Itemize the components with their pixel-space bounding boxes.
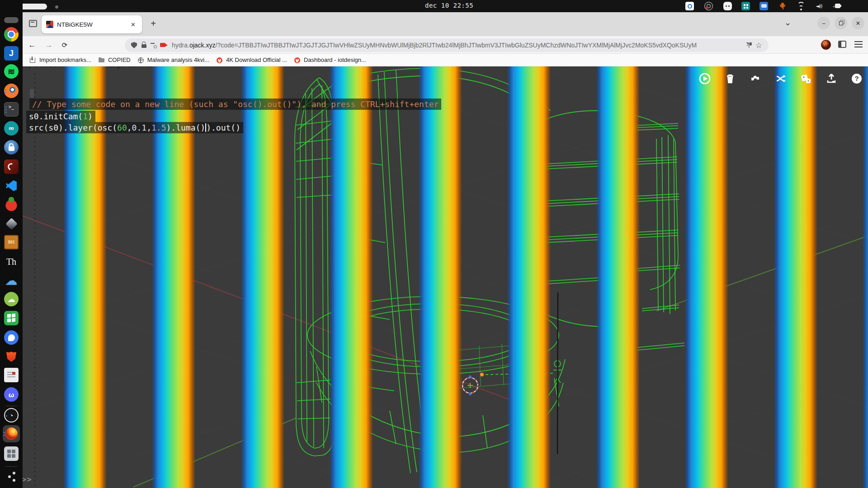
bookmark-folder-copied[interactable]: COPIED — [98, 56, 131, 64]
screen-share-tray-icon[interactable] — [760, 2, 768, 10]
tab-close-icon[interactable]: ✕ — [129, 20, 137, 29]
dock-drawer-handle[interactable] — [4, 17, 19, 23]
dock-item-reader-app[interactable] — [4, 368, 19, 382]
random-sketch-button[interactable] — [800, 73, 812, 84]
bookmark-import[interactable]: Import bookmarks... — [29, 56, 91, 64]
folder-icon — [98, 56, 106, 64]
sidebar-icon[interactable] — [838, 41, 846, 48]
battery-tray-icon[interactable]: + — [833, 2, 841, 10]
dock-item-inkscape[interactable] — [4, 216, 19, 231]
osc-bar — [241, 66, 284, 488]
bookmark-malware-analysis[interactable]: Malware analysis 4kvi... — [137, 56, 209, 64]
obs-tray-icon[interactable] — [704, 2, 713, 10]
tracking-shield-icon[interactable] — [129, 41, 139, 49]
wifi-tray-icon[interactable] — [797, 2, 805, 10]
dock-item-arduino[interactable]: ∞ — [4, 121, 19, 136]
dock-divider — [5, 406, 17, 406]
minimize-button[interactable]: – — [817, 17, 830, 29]
forward-button[interactable]: → — [43, 39, 55, 51]
bookmark-4k-download[interactable]: 4K Download Official ... — [216, 56, 287, 64]
transform-gizmo — [462, 375, 478, 395]
tab-favicon — [46, 21, 53, 28]
dock-item-obs[interactable]: ◔ — [4, 408, 19, 422]
active-tab[interactable]: NTBiGKE5W ✕ — [42, 15, 142, 33]
clock[interactable]: dec 10 22:55 — [425, 2, 473, 9]
reload-button[interactable]: ⟳ — [59, 39, 71, 51]
editor-code-line[interactable]: src(s0).layer(osc(60,0.1,1.5).luma()).ou… — [26, 122, 243, 133]
dock-divider — [5, 466, 17, 467]
sync-app-tray-icon[interactable] — [685, 2, 694, 10]
repl-prompt[interactable]: >> — [22, 475, 32, 484]
dock-item-strawberry[interactable] — [4, 197, 19, 211]
dock-item-discord[interactable]: ω — [4, 387, 19, 402]
dock-item-share-app[interactable] — [4, 469, 19, 484]
list-all-tabs-chevron[interactable]: ⌄ — [784, 18, 791, 28]
navigation-toolbar: ← → ⟳ hydra.ojack.xyz/?code=JTBBJTIwJTBB… — [23, 36, 868, 54]
permissions-icon[interactable] — [149, 41, 159, 49]
bot-tray-icon[interactable] — [723, 2, 732, 10]
dock-item-cloud-app[interactable]: ☁ — [4, 273, 19, 288]
back-button[interactable]: ← — [26, 39, 38, 51]
clear-all-button[interactable] — [724, 73, 736, 84]
lock-icon[interactable] — [139, 41, 149, 49]
osc-bar — [596, 66, 640, 488]
dock-item-dosbox[interactable]: DOS — [4, 235, 19, 249]
window-close-button[interactable]: ✕ — [852, 17, 864, 29]
osc-bar — [330, 66, 373, 488]
dock-item-gray-grid-app[interactable] — [4, 446, 19, 461]
tab-bar: NTBiGKE5W ✕ + ⌄ – ✕ — [23, 12, 868, 36]
osc-bar — [685, 66, 728, 488]
osc-bar — [863, 66, 868, 488]
bookmark-star-icon[interactable]: ☆ — [755, 41, 762, 50]
extension-tray-icon[interactable] — [741, 2, 750, 10]
menu-hamburger-icon[interactable] — [854, 41, 863, 47]
new-tab-button[interactable]: + — [147, 19, 159, 29]
dock-item-spotify[interactable]: ≋ — [4, 64, 19, 79]
dock-item-terminal[interactable]: >_ — [4, 102, 19, 117]
import-icon — [29, 56, 37, 64]
dock-item-vscode[interactable] — [4, 178, 19, 193]
dock: J ≋ >_ ∞ DOS Th ☁ ☁ ω ◔ — [0, 0, 23, 488]
bookmark-dashboard-iotdesign[interactable]: Dashboard - iotdesign... — [293, 56, 366, 64]
firefox-view-icon[interactable] — [29, 20, 37, 27]
dock-item-red-dragon-app[interactable] — [4, 160, 19, 174]
dock-item-brave[interactable] — [4, 349, 19, 364]
dock-item-firefox-active[interactable] — [3, 425, 20, 442]
osc-bar — [507, 66, 551, 488]
volume-tray-icon[interactable]: ◄)) — [815, 2, 823, 10]
dock-item-blender[interactable] — [4, 84, 19, 98]
editor-code-line[interactable]: s0.initCam(1) — [26, 111, 95, 122]
osc-bar — [774, 66, 817, 488]
run-button[interactable] — [699, 73, 711, 84]
upload-button[interactable] — [826, 73, 837, 84]
4k-favicon — [293, 56, 302, 64]
dock-item-green-cloud-app[interactable]: ☁ — [4, 292, 19, 306]
desktop: dec 10 22:55 ◄)) + 20) Collectio arge CR… — [0, 0, 868, 488]
4k-favicon — [216, 56, 224, 64]
microphone-tray-icon[interactable] — [778, 2, 787, 10]
editor-block-cursor — [30, 89, 34, 98]
svg-text:?: ? — [854, 75, 859, 82]
restore-button[interactable] — [835, 17, 847, 29]
dock-item-thonny[interactable]: Th — [4, 254, 19, 269]
workspace-dot-indicator[interactable] — [55, 5, 58, 9]
shuffle-button[interactable] — [775, 73, 787, 84]
plumb-line — [557, 292, 558, 454]
system-top-bar: dec 10 22:55 ◄)) + — [0, 0, 868, 12]
dock-item-chrome[interactable] — [4, 27, 19, 42]
page-actions-icon[interactable] — [746, 42, 752, 48]
account-avatar[interactable] — [821, 40, 831, 50]
dock-item-signal[interactable] — [4, 330, 19, 345]
url-text: hydra.ojack.xyz/?code=JTBBJTIwJTBBJTIwJT… — [172, 42, 743, 49]
editor-comment-line[interactable]: // Type some code on a new line (such as… — [29, 99, 441, 110]
dock-item-jdownloader[interactable]: J — [4, 46, 19, 61]
globe-icon — [137, 56, 145, 64]
dock-item-green-grid-app[interactable] — [4, 311, 19, 325]
osc-bar — [419, 66, 462, 488]
dock-item-keepassxc[interactable] — [4, 140, 19, 155]
camera-in-use-icon[interactable] — [159, 41, 169, 49]
extensions-icon[interactable] — [750, 73, 761, 84]
help-button[interactable]: ? — [851, 73, 863, 84]
keyframe-dot — [480, 373, 484, 377]
url-bar[interactable]: hydra.ojack.xyz/?code=JTBBJTIwJTBBJTIwJT… — [125, 38, 769, 52]
